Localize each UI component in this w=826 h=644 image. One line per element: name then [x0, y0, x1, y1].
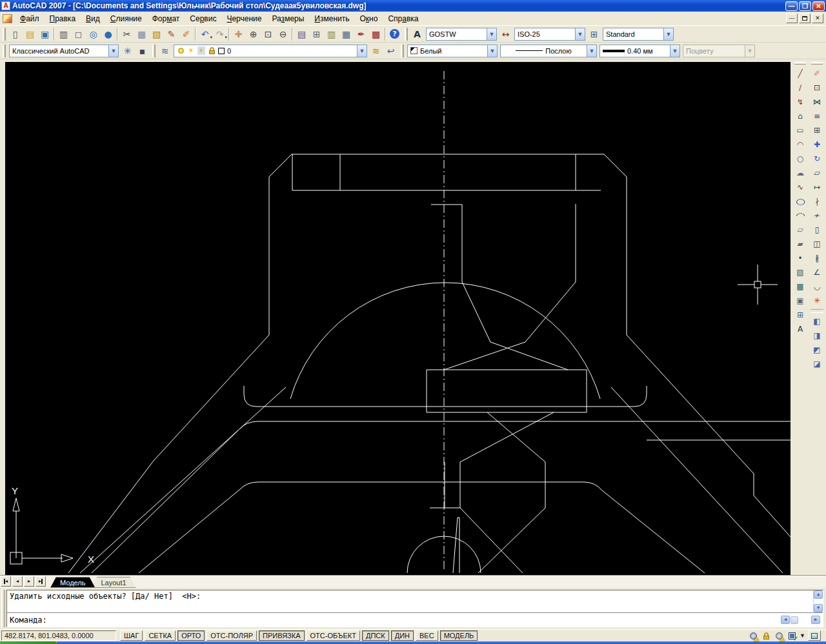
layer-freeze-sun-icon[interactable]: ☀: [187, 46, 195, 55]
copy-object-button[interactable]: ⊡: [809, 81, 825, 95]
mirror-button[interactable]: ⋈: [809, 95, 825, 109]
zoom-previous-button[interactable]: ⊖: [276, 27, 290, 41]
ellipse-arc-button[interactable]: ◠: [792, 208, 808, 223]
toggle-дпск[interactable]: ДПСК: [362, 630, 389, 641]
scale-button[interactable]: ▱: [809, 166, 825, 180]
menu-edit[interactable]: Правка: [45, 12, 81, 25]
menu-view[interactable]: Вид: [81, 12, 105, 25]
rectangle-button[interactable]: ▭: [792, 123, 808, 137]
paste-button[interactable]: ▧: [149, 27, 164, 41]
toggle-вес[interactable]: ВЕС: [416, 630, 438, 641]
block-editor-button[interactable]: ✐: [179, 27, 194, 41]
tray-settings-arrow[interactable]: ▼: [800, 632, 805, 639]
chevron-down-icon[interactable]: ▼: [487, 45, 497, 57]
extend-button[interactable]: ≁: [809, 208, 825, 223]
toggle-отс-объект[interactable]: ОТС-ОБЪЕКТ: [307, 630, 360, 641]
scroll-left-icon[interactable]: ◀: [781, 616, 790, 624]
construction-line-button[interactable]: ∕: [792, 81, 808, 95]
communication-center-icon[interactable]: [748, 630, 758, 641]
plot-button[interactable]: ▥: [56, 27, 71, 41]
menu-window[interactable]: Окно: [355, 12, 383, 25]
standards-warning-icon[interactable]: [774, 630, 784, 641]
chevron-down-icon[interactable]: ▼: [587, 45, 596, 57]
coordinate-readout[interactable]: 482.8174, 801.0483, 0.0000: [1, 630, 116, 641]
point-button[interactable]: •: [792, 251, 808, 265]
arc-button[interactable]: ◠: [792, 137, 808, 152]
bring-to-front-button[interactable]: ◧: [809, 314, 825, 328]
gradient-button[interactable]: ▩: [792, 279, 808, 294]
scroll-up-icon[interactable]: ▲: [814, 590, 823, 599]
tool-palettes-button[interactable]: ▥: [324, 27, 339, 41]
scroll-thumb[interactable]: [791, 616, 798, 624]
standards-check-icon[interactable]: ✓: [787, 630, 797, 641]
properties-toolbar-grip[interactable]: [401, 45, 404, 57]
match-properties-button[interactable]: ✎: [164, 27, 179, 41]
command-vscrollbar[interactable]: ▲ ▼: [813, 590, 823, 612]
chamfer-button[interactable]: ∠: [809, 265, 825, 279]
3d-dwf-button[interactable]: ●: [101, 27, 116, 41]
tab-model[interactable]: Модель: [50, 577, 95, 588]
trim-button[interactable]: ∤: [809, 194, 825, 208]
workspaces-combobox[interactable]: Классический AutoCAD ▼: [9, 45, 119, 57]
command-input[interactable]: Команда: ◀ ▶: [7, 612, 823, 627]
tab-next-button[interactable]: ▸: [24, 576, 34, 587]
toggle-орто[interactable]: ОРТО: [177, 630, 205, 641]
array-button[interactable]: ⊞: [809, 123, 825, 137]
join-button[interactable]: ∦: [809, 251, 825, 265]
minimize-button[interactable]: —: [785, 1, 798, 11]
command-history[interactable]: Удалить исходные объекты? [Да/ Нет] <Н>:…: [7, 590, 823, 612]
linetype-combobox[interactable]: Послою ▼: [500, 45, 597, 57]
region-button[interactable]: ▣: [792, 294, 808, 308]
circle-button[interactable]: ○: [792, 152, 808, 166]
save-button[interactable]: ▣: [37, 27, 52, 41]
toggle-модель[interactable]: МОДЕЛЬ: [440, 630, 478, 641]
spline-button[interactable]: ∿: [792, 180, 808, 194]
chevron-down-icon[interactable]: ▼: [670, 45, 680, 57]
my-workspace-button[interactable]: ▪: [135, 44, 150, 58]
quick-calc-button[interactable]: ▩: [368, 27, 383, 41]
menu-format[interactable]: Формат: [147, 12, 185, 25]
ellipse-button[interactable]: ○: [792, 194, 808, 208]
revision-cloud-button[interactable]: ☁: [792, 166, 808, 180]
multiline-text-button[interactable]: A: [792, 322, 808, 336]
move-button[interactable]: ✚: [809, 137, 825, 152]
table-style-combobox[interactable]: Standard ▼: [603, 28, 674, 41]
cut-button[interactable]: ✂: [119, 27, 134, 41]
toolbar-lock-icon[interactable]: [761, 630, 771, 641]
break-button[interactable]: ◫: [809, 237, 825, 251]
dim-style-button[interactable]: ↔: [498, 27, 513, 41]
text-style-button[interactable]: A: [410, 27, 425, 41]
hatch-button[interactable]: ▨: [792, 265, 808, 279]
layer-on-bulb-icon[interactable]: [177, 48, 185, 54]
close-button[interactable]: ✕: [812, 1, 825, 11]
insert-block-button[interactable]: ▱: [792, 223, 808, 237]
polyline-button[interactable]: ↯: [792, 95, 808, 109]
restore-button[interactable]: ❐: [799, 1, 811, 11]
layer-combobox[interactable]: ☀ ☀ 0 ▼: [174, 45, 367, 57]
redo-button[interactable]: ↷▾: [212, 27, 227, 41]
drawing-canvas[interactable]: YX: [5, 62, 791, 575]
lineweight-combobox[interactable]: 0.40 мм ▼: [599, 45, 680, 57]
toggle-сетка[interactable]: СЕТКА: [145, 630, 176, 641]
make-object-layer-current-button[interactable]: ≋: [368, 44, 383, 58]
command-window-grip[interactable]: [1, 590, 5, 627]
menu-file[interactable]: Файл: [15, 12, 45, 25]
undo-button[interactable]: ↶▾: [197, 27, 212, 41]
design-center-button[interactable]: ⊞: [309, 27, 324, 41]
copy-button[interactable]: ▦: [134, 27, 149, 41]
dim-style-combobox[interactable]: ISO-25 ▼: [514, 28, 585, 41]
chevron-down-icon[interactable]: ▼: [487, 28, 496, 40]
properties-button[interactable]: ▤: [294, 27, 309, 41]
scroll-down-icon[interactable]: ▼: [814, 604, 823, 612]
open-button[interactable]: ▤: [23, 27, 37, 41]
doc-restore-button[interactable]: [799, 14, 811, 23]
menu-draw[interactable]: Черчение: [221, 12, 267, 25]
doc-minimize-button[interactable]: —: [786, 14, 798, 23]
menu-insert[interactable]: Слияние: [105, 12, 147, 25]
rotate-button[interactable]: ↻: [809, 152, 825, 166]
zoom-window-button[interactable]: ⊡: [261, 27, 276, 41]
zoom-realtime-button[interactable]: ⊕: [246, 27, 261, 41]
layer-viewport-freeze-icon[interactable]: ☀: [197, 46, 205, 55]
chevron-down-icon[interactable]: ▼: [357, 45, 367, 57]
toggle-отс-поляр[interactable]: ОТС-ПОЛЯР: [206, 630, 257, 641]
